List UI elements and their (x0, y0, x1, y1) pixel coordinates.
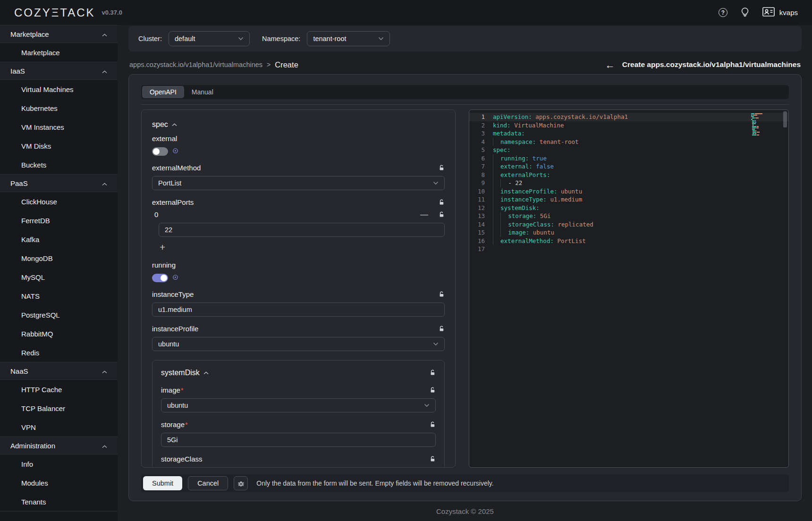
externalPorts-label: externalPorts (152, 198, 194, 206)
create-panel: OpenAPI Manual spec external (128, 74, 802, 501)
namespace-select[interactable]: tenant-root (307, 31, 390, 46)
add-port-button[interactable]: + (160, 242, 169, 253)
code-line: 15 image: ubuntu (469, 228, 788, 237)
external-label: external (152, 134, 177, 143)
sidebar-item-kubernetes[interactable]: Kubernetes (0, 99, 118, 118)
collapse-icon (203, 371, 209, 375)
code-line: 3metadata: (469, 129, 788, 138)
help-icon[interactable]: ? (719, 8, 727, 17)
sidebar-section-marketplace[interactable]: Marketplace (0, 25, 118, 43)
lock-icon[interactable] (439, 291, 445, 298)
sidebar-item-redis[interactable]: Redis (0, 343, 118, 362)
cancel-button[interactable]: Cancel (188, 476, 228, 490)
editor-mode-tabs: OpenAPI Manual (141, 85, 789, 99)
tab-openapi[interactable]: OpenAPI (142, 86, 184, 98)
sidebar-item-tcp-balancer[interactable]: TCP Balancer (0, 399, 118, 418)
sidebar-item-buckets[interactable]: Buckets (0, 155, 118, 174)
sidebar-section-paas[interactable]: PaaS (0, 174, 118, 192)
lock-icon[interactable] (439, 326, 445, 332)
sidebar-item-tenants[interactable]: Tenants (0, 492, 118, 511)
sidebar-item-ferretdb[interactable]: FerretDB (0, 211, 118, 230)
sidebar-item-info[interactable]: Info (0, 454, 118, 473)
chevron-up-icon (102, 179, 107, 187)
sidebar-section-label: PaaS (10, 179, 28, 187)
sidebar-item-clickhouse[interactable]: ClickHouse (0, 192, 118, 211)
sidebar-item-virtual-machines[interactable]: Virtual Machines (0, 80, 118, 99)
running-toggle[interactable] (152, 274, 168, 282)
instanceProfile-select[interactable]: ubuntu (152, 337, 445, 351)
sidebar-item-vm-disks[interactable]: VM Disks (0, 136, 118, 155)
code-line: 6 running: true (469, 154, 788, 163)
user-menu[interactable]: kvaps (762, 7, 798, 18)
sidebar-item-vm-instances[interactable]: VM Instances (0, 118, 118, 136)
lock-icon[interactable] (439, 199, 445, 206)
storage-input[interactable] (161, 433, 436, 447)
reset-field-icon[interactable] (172, 274, 178, 282)
sidebar-item-mysql[interactable]: MySQL (0, 268, 118, 286)
sidebar-item-postgresql[interactable]: PostgreSQL (0, 305, 118, 324)
cluster-select[interactable]: default (169, 31, 250, 46)
breadcrumb-separator: > (267, 61, 271, 68)
sidebar-item-http-cache[interactable]: HTTP Cache (0, 380, 118, 399)
sidebar-item-vpn[interactable]: VPN (0, 418, 118, 437)
tab-manual[interactable]: Manual (184, 86, 221, 98)
chevron-up-icon (102, 30, 107, 38)
submit-note: Only the data from the form will be sent… (256, 479, 493, 487)
externalPorts-item-index: 0 (152, 210, 158, 218)
sidebar-item-nats[interactable]: NATS (0, 286, 118, 305)
running-label: running (152, 261, 176, 269)
lock-icon[interactable] (430, 456, 436, 462)
lock-icon[interactable] (430, 387, 436, 394)
storageClass-input[interactable] (161, 467, 436, 468)
lock-icon[interactable] (439, 165, 445, 171)
debug-button[interactable] (234, 476, 248, 490)
spec-section-header[interactable]: spec (152, 120, 445, 129)
image-label: image* (161, 386, 184, 394)
lock-icon[interactable] (430, 421, 436, 428)
chevron-up-icon (102, 67, 107, 75)
editor-minimap[interactable] (751, 113, 780, 137)
storageClass-label: storageClass (161, 455, 203, 463)
remove-port-button[interactable]: — (420, 210, 428, 218)
form-actions-bar: Submit Cancel Only the data from the for… (141, 474, 789, 492)
page-title: Create apps.cozystack.io/v1alpha1/virtua… (622, 60, 801, 69)
divider (0, 511, 118, 516)
chevron-down-icon (378, 37, 384, 41)
breadcrumb-current: Create (275, 60, 298, 69)
sidebar-item-modules[interactable]: Modules (0, 473, 118, 492)
lock-icon[interactable] (439, 211, 445, 218)
code-line: 1apiVersion: apps.cozystack.io/v1alpha1 (469, 113, 788, 121)
sidebar-section-label: Marketplace (10, 30, 49, 38)
instanceProfile-label: instanceProfile (152, 325, 198, 333)
yaml-editor[interactable]: 1apiVersion: apps.cozystack.io/v1alpha12… (469, 109, 789, 468)
sidebar-item-kafka[interactable]: Kafka (0, 230, 118, 249)
theme-bulb-icon[interactable] (741, 7, 749, 18)
breadcrumb-path[interactable]: apps.cozystack.io/v1alpha1/virtualmachin… (129, 61, 262, 68)
externalPorts-item-input[interactable] (159, 223, 445, 237)
sidebar-item-marketplace[interactable]: Marketplace (0, 43, 118, 62)
sidebar-section-administration[interactable]: Administration (0, 437, 118, 454)
code-line: 4 namespace: tenant-root (469, 138, 788, 146)
chevron-down-icon (424, 403, 430, 407)
code-line: 7 external: false (469, 162, 788, 171)
app-version: v0.37.0 (102, 9, 122, 16)
sidebar-item-rabbitmq[interactable]: RabbitMQ (0, 324, 118, 343)
image-select[interactable]: ubuntu (161, 398, 436, 412)
chevron-down-icon (433, 181, 439, 185)
back-arrow-icon[interactable]: ← (605, 60, 615, 70)
code-line: 12 systemDisk: (469, 204, 788, 212)
code-line: 2kind: VirtualMachine (469, 121, 788, 130)
username: kvaps (779, 8, 798, 17)
external-toggle[interactable] (152, 147, 168, 156)
code-line: 17 (469, 245, 788, 253)
lock-icon[interactable] (430, 370, 436, 376)
sidebar-section-iaas[interactable]: IaaS (0, 62, 118, 80)
sidebar-item-mongodb[interactable]: MongoDB (0, 249, 118, 268)
externalMethod-select[interactable]: PortList (152, 176, 445, 190)
editor-scrollbar[interactable] (783, 111, 787, 127)
instanceType-input[interactable] (152, 303, 445, 317)
submit-button[interactable]: Submit (143, 476, 182, 490)
systemDisk-header[interactable]: systemDisk (161, 369, 209, 377)
reset-field-icon[interactable] (172, 147, 178, 156)
sidebar-section-naas[interactable]: NaaS (0, 362, 118, 380)
